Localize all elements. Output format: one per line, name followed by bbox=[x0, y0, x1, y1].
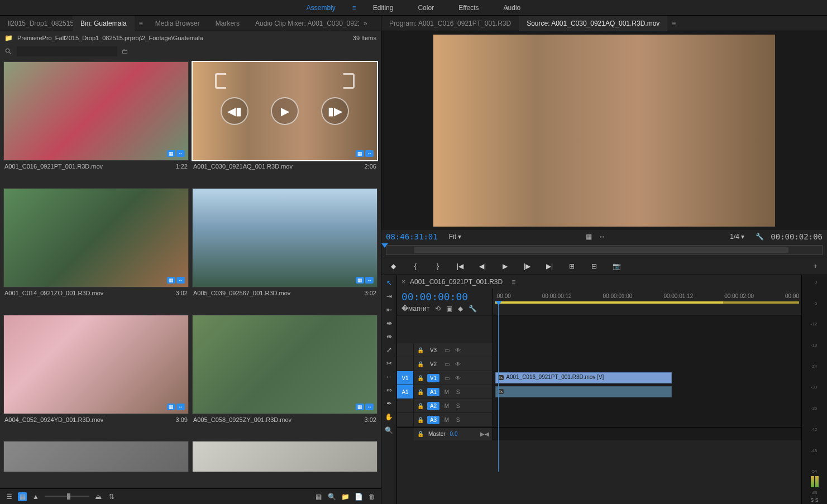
step-forward-icon[interactable]: |▶ bbox=[522, 261, 532, 271]
mute-icon[interactable]: M bbox=[443, 417, 451, 423]
project-tab-markers[interactable]: Markers bbox=[208, 16, 247, 31]
export-frame-icon[interactable]: 📷 bbox=[611, 261, 622, 271]
automate-icon[interactable]: ▦ bbox=[314, 492, 323, 501]
toggle-output-icon[interactable]: ▭ bbox=[443, 347, 451, 353]
timeline-clip[interactable]: fxA001_C016_0921PT_001.R3D.mov [V] bbox=[495, 372, 672, 383]
track-label[interactable]: V1 bbox=[427, 374, 439, 382]
bin-filter-icon[interactable]: 🗀 bbox=[122, 47, 128, 55]
timeline-clip[interactable]: fx bbox=[495, 386, 672, 397]
clip-item[interactable]: ▦↔ A005_C039_092567_001.R3D.mov3:02 bbox=[192, 188, 377, 311]
hover-play-icon[interactable]: ▶ bbox=[271, 97, 299, 125]
lock-icon[interactable]: 🔒 bbox=[417, 417, 424, 423]
clip-item[interactable]: ▦↔ A004_C052_0924YD_001.R3D.mov3:09 bbox=[3, 315, 189, 438]
master-pan-icon[interactable]: ▶◀ bbox=[480, 431, 489, 437]
search-input[interactable] bbox=[17, 46, 117, 56]
hover-prev-icon[interactable]: ◀▮ bbox=[221, 97, 248, 125]
clip-item[interactable]: ▦↔ A001_C014_0921ZO_001.R3D.mov3:02 bbox=[3, 188, 189, 311]
monitor-view[interactable] bbox=[381, 31, 827, 230]
search-icon[interactable] bbox=[4, 47, 12, 55]
eye-icon[interactable]: 👁 bbox=[454, 347, 462, 353]
timeline-timecode[interactable]: 00:00:00:00 bbox=[401, 291, 488, 303]
track-label[interactable]: V3 bbox=[427, 346, 439, 354]
hand-tool-icon[interactable]: ✋ bbox=[384, 411, 395, 423]
pen-tool-icon[interactable]: ✒ bbox=[384, 398, 395, 409]
lock-icon[interactable]: 🔒 bbox=[417, 431, 424, 437]
panel-overflow-icon[interactable]: » bbox=[359, 20, 372, 27]
rolling-edit-tool-icon[interactable]: ⇼ bbox=[384, 331, 395, 342]
solo-right-icon[interactable]: S bbox=[815, 497, 819, 503]
panel-menu-icon[interactable]: ≡ bbox=[135, 20, 147, 27]
sort-icon[interactable]: ⛰ bbox=[94, 492, 103, 501]
solo-left-icon[interactable]: S bbox=[810, 497, 814, 503]
playhead-icon[interactable] bbox=[495, 301, 502, 305]
freeform-view-icon[interactable]: ▲ bbox=[31, 492, 40, 501]
lock-icon[interactable]: 🔒 bbox=[417, 347, 424, 353]
timeline-settings-icon[interactable]: 🔧 bbox=[469, 305, 477, 313]
zoom-dropdown[interactable]: Fit ▾ bbox=[444, 233, 466, 241]
play-icon[interactable]: ▶ bbox=[500, 261, 510, 271]
project-tab-media-browser[interactable]: Media Browser bbox=[147, 16, 208, 31]
toggle-output-icon[interactable]: ▭ bbox=[443, 361, 451, 367]
close-sequence-icon[interactable]: × bbox=[401, 278, 405, 286]
clip-item[interactable] bbox=[192, 441, 377, 485]
thumbnail-size-slider[interactable] bbox=[45, 496, 89, 497]
track-label[interactable]: V2 bbox=[427, 360, 439, 368]
add-marker-icon[interactable]: ◆ bbox=[388, 261, 398, 271]
toggle-output-icon[interactable]: ▭ bbox=[443, 375, 451, 381]
ripple-edit-tool-icon[interactable]: ⇹ bbox=[384, 318, 395, 329]
track-label[interactable]: A3 bbox=[427, 416, 439, 424]
clip-item[interactable]: ▦↔ A001_C016_0921PT_001.R3D.mov1:22 bbox=[3, 61, 189, 185]
mute-icon[interactable]: M bbox=[443, 389, 451, 395]
go-to-in-icon[interactable]: |◀ bbox=[455, 261, 465, 271]
workspace-menu-icon[interactable]: ≡ bbox=[348, 4, 361, 12]
track-select-forward-tool-icon[interactable]: ⇥ bbox=[384, 291, 395, 302]
track-label[interactable]: A2 bbox=[427, 402, 439, 410]
mark-in-icon[interactable]: { bbox=[410, 261, 420, 271]
safe-margins-icon[interactable]: ▦ bbox=[586, 233, 592, 241]
workspace-tab-color[interactable]: Color bbox=[405, 0, 446, 16]
folder-up-icon[interactable]: 📁 bbox=[4, 34, 13, 42]
clip-item[interactable] bbox=[3, 441, 189, 485]
new-item-icon[interactable]: 📄 bbox=[354, 492, 363, 501]
icon-view-icon[interactable]: ▦ bbox=[18, 492, 27, 501]
timeline-menu-icon[interactable]: ≡ bbox=[507, 278, 520, 286]
step-back-icon[interactable]: ◀| bbox=[477, 261, 487, 271]
sequence-name[interactable]: A001_C016_0921PT_001.R3D bbox=[410, 278, 503, 286]
source-patch-v1[interactable]: V1 bbox=[397, 371, 414, 385]
output-icon[interactable]: ↔ bbox=[599, 233, 605, 241]
zoom-tool-icon[interactable]: 🔍 bbox=[384, 425, 395, 436]
lock-icon[interactable]: 🔒 bbox=[417, 375, 424, 381]
timecode-right[interactable]: 00:00:02:06 bbox=[771, 232, 823, 241]
rate-stretch-tool-icon[interactable]: ⤢ bbox=[384, 344, 395, 356]
workspace-tab-audio[interactable]: Audio bbox=[491, 0, 533, 16]
slip-tool-icon[interactable]: ↔ bbox=[384, 371, 395, 382]
track-label[interactable]: A1 bbox=[427, 388, 439, 396]
project-tab-bin[interactable]: Bin: Guatemala bbox=[73, 16, 135, 31]
workspace-tab-editing[interactable]: Editing bbox=[361, 0, 406, 16]
track-select-backward-tool-icon[interactable]: ⇤ bbox=[384, 304, 395, 315]
lock-icon[interactable]: 🔒 bbox=[417, 361, 424, 367]
source-patch-a1[interactable]: A1 bbox=[397, 385, 414, 399]
marker-icon[interactable]: ◆ bbox=[458, 305, 463, 313]
workspace-tab-effects[interactable]: Effects bbox=[446, 0, 491, 16]
resolution-dropdown[interactable]: 1/4 ▾ bbox=[725, 233, 749, 241]
solo-icon[interactable]: S bbox=[454, 389, 462, 395]
monitor-menu-icon[interactable]: ≡ bbox=[667, 20, 680, 27]
eye-icon[interactable]: 👁 bbox=[454, 375, 462, 381]
delete-icon[interactable]: 🗑 bbox=[367, 492, 376, 501]
lock-icon[interactable]: 🔒 bbox=[417, 389, 424, 395]
add-marker-timeline-icon[interactable]: ▣ bbox=[446, 305, 452, 313]
sort-order-icon[interactable]: ⇅ bbox=[107, 492, 116, 501]
slide-tool-icon[interactable]: ⇔ bbox=[384, 385, 395, 396]
overwrite-icon[interactable]: ⊟ bbox=[589, 261, 599, 271]
button-editor-icon[interactable]: + bbox=[810, 261, 820, 271]
clip-item[interactable]: ▦↔ A005_C058_0925ZY_001.R3D.mov3:02 bbox=[192, 315, 377, 438]
eye-icon[interactable]: 👁 bbox=[454, 361, 462, 367]
timecode-left[interactable]: 08:46:31:01 bbox=[386, 232, 438, 241]
hover-next-icon[interactable]: ▮▶ bbox=[321, 97, 349, 125]
workspace-overflow-icon[interactable]: » bbox=[505, 4, 509, 12]
linked-selection-icon[interactable]: ⟲ bbox=[435, 305, 441, 313]
find-icon[interactable]: 🔍 bbox=[327, 492, 336, 501]
mute-icon[interactable]: M bbox=[443, 403, 451, 409]
razor-tool-icon[interactable]: ✂ bbox=[384, 358, 395, 369]
